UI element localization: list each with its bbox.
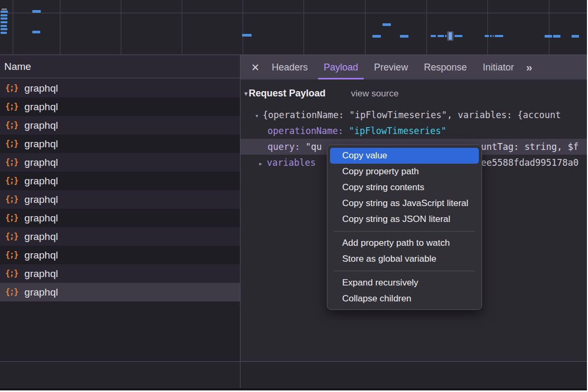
request-name-label: graphql	[24, 231, 58, 243]
request-row[interactable]: {;}graphql	[0, 97, 240, 116]
request-name-label: graphql	[24, 212, 58, 224]
overview-gridline	[365, 0, 366, 55]
overview-request-bar	[490, 35, 492, 37]
menu-item-store-as-global-variable[interactable]: Store as global variable	[330, 251, 479, 267]
menu-item-copy-string-as-json-literal[interactable]: Copy string as JSON literal	[330, 211, 479, 227]
overview-request-bar	[1, 28, 7, 30]
network-overview-timeline[interactable]	[0, 0, 587, 55]
menu-item-copy-property-path[interactable]: Copy property path	[330, 164, 479, 180]
overview-request-bar	[445, 35, 447, 37]
request-name-label: graphql	[24, 175, 58, 187]
root-triangle-icon[interactable]: ▾	[255, 112, 259, 120]
overview-request-bar	[242, 34, 252, 37]
json-braces-icon: {;}	[5, 251, 18, 259]
status-footer	[0, 361, 587, 389]
request-row[interactable]: {;}graphql	[0, 246, 240, 264]
tab-label: Payload	[324, 62, 358, 73]
request-row[interactable]: {;}graphql	[0, 172, 240, 190]
request-payload-title: Request Payload	[249, 88, 326, 99]
request-payload-header: ▾ Request Payload view source	[244, 88, 398, 99]
request-name-label: graphql	[24, 120, 58, 131]
variables-triangle-icon[interactable]: ▸	[259, 159, 263, 167]
overview-hline	[0, 13, 587, 13]
request-name-label: graphql	[24, 83, 58, 94]
menu-item-collapse-children[interactable]: Collapse children	[330, 291, 479, 307]
payload-root-row[interactable]: ▾{operationName: "ipFlowTimeseries", var…	[240, 107, 587, 123]
overview-gridline	[13, 0, 13, 55]
overview-request-bar	[545, 35, 552, 38]
request-row[interactable]: {;}graphql	[0, 135, 240, 153]
request-name-label: graphql	[24, 138, 58, 150]
request-row[interactable]: {;}graphql	[0, 209, 240, 227]
overview-request-bar	[1, 25, 7, 27]
variables-preview-end: ee5588fdad995178a0	[481, 155, 578, 171]
overview-request-bar	[449, 32, 452, 40]
collapse-triangle-icon[interactable]: ▾	[244, 90, 248, 97]
devtools-screenshot: Name {;}graphql{;}graphql{;}graphql{;}gr…	[0, 0, 588, 392]
tab-headers[interactable]: Headers	[264, 55, 316, 79]
request-row[interactable]: {;}graphql	[0, 227, 240, 246]
query-value-start: "qu	[306, 141, 322, 152]
tab-initiator[interactable]: Initiator	[475, 55, 522, 79]
variables-key: variables	[267, 157, 316, 168]
overview-gridline	[426, 0, 427, 55]
request-row[interactable]: {;}graphql	[0, 264, 240, 283]
tab-label: Initiator	[483, 62, 514, 73]
requests-panel: Name {;}graphql{;}graphql{;}graphql{;}gr…	[0, 55, 240, 361]
json-braces-icon: {;}	[5, 103, 18, 111]
request-row[interactable]: {;}graphql	[0, 79, 240, 97]
tab-label: Response	[424, 62, 467, 73]
menu-separator	[334, 231, 475, 231]
request-name-label: graphql	[24, 268, 58, 280]
request-name-label: graphql	[24, 194, 58, 206]
request-row[interactable]: {;}graphql	[0, 116, 240, 135]
request-row[interactable]: {;}graphql	[0, 283, 240, 301]
menu-item-expand-recursively[interactable]: Expand recursively	[330, 275, 479, 291]
overview-request-bar	[372, 35, 381, 38]
json-braces-icon: {;}	[5, 177, 18, 185]
root-preview-text: {operationName: "ipFlowTimeseries", vari…	[263, 110, 561, 120]
json-braces-icon: {;}	[5, 84, 18, 92]
panel-divider[interactable]	[240, 55, 240, 388]
tab-response[interactable]: Response	[416, 55, 475, 79]
overview-gridline	[182, 0, 182, 55]
overview-gridline	[487, 0, 488, 55]
overview-gridline	[243, 0, 243, 55]
json-braces-icon: {;}	[5, 270, 18, 278]
request-name-label: graphql	[24, 287, 58, 298]
overview-request-bar	[572, 35, 579, 38]
request-row[interactable]: {;}graphql	[0, 190, 240, 209]
request-name-label: graphql	[24, 157, 58, 168]
overview-request-bar	[431, 35, 436, 37]
menu-item-copy-string-as-javascript-literal[interactable]: Copy string as JavaScript literal	[330, 195, 479, 211]
request-name-label: graphql	[24, 250, 58, 261]
overview-request-bar	[455, 35, 462, 37]
json-braces-icon: {;}	[5, 233, 18, 240]
menu-item-copy-value[interactable]: Copy value	[330, 148, 479, 164]
menu-item-add-property-path-to-watch[interactable]: Add property path to watch	[330, 235, 479, 251]
overview-request-bar	[32, 10, 41, 13]
overview-request-bar	[438, 35, 444, 37]
close-icon[interactable]: ✕	[247, 61, 264, 74]
tab-payload[interactable]: Payload	[316, 55, 366, 79]
name-column-header[interactable]: Name	[0, 55, 240, 78]
overview-request-bar	[553, 35, 560, 38]
operation-name-row[interactable]: operationName: "ipFlowTimeseries"	[240, 123, 587, 139]
overview-gridline	[121, 0, 121, 55]
json-braces-icon: {;}	[5, 288, 18, 296]
view-source-link[interactable]: view source	[351, 88, 399, 99]
overview-gridline	[549, 0, 549, 55]
menu-separator	[334, 271, 475, 271]
overview-request-bar	[1, 21, 7, 23]
request-list: {;}graphql{;}graphql{;}graphql{;}graphql…	[0, 79, 240, 301]
request-row[interactable]: {;}graphql	[0, 153, 240, 172]
query-value-end: untTag: string, $f	[481, 139, 578, 155]
overview-request-bar	[1, 32, 7, 34]
overview-request-bar	[382, 23, 391, 26]
menu-item-copy-string-contents[interactable]: Copy string contents	[330, 180, 479, 195]
tab-preview[interactable]: Preview	[366, 55, 416, 79]
more-tabs-chevron-icon[interactable]: ››	[526, 61, 531, 74]
json-braces-icon: {;}	[5, 158, 18, 166]
json-braces-icon: {;}	[5, 140, 18, 148]
overview-gridline	[304, 0, 304, 55]
